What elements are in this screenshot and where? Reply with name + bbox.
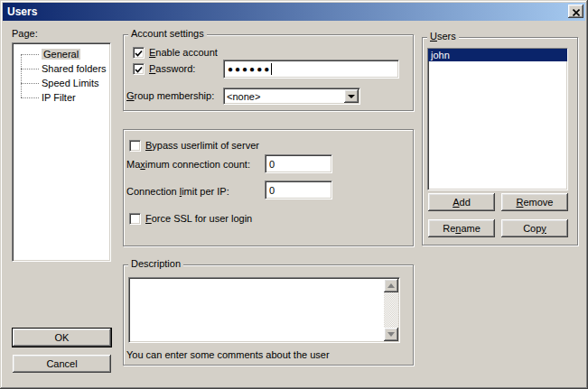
max-connection-count-value: 0 <box>269 159 275 170</box>
max-connection-count-label: Maximum connection count: <box>126 159 250 171</box>
tree-item-ip-filter[interactable]: IP Filter <box>13 91 110 106</box>
page-tree[interactable]: General Shared folders Speed Limits IP F… <box>12 42 111 262</box>
checkmark-icon <box>135 45 143 61</box>
connection-limit-per-ip-input[interactable]: 0 <box>265 181 332 199</box>
account-settings-caption: Account settings <box>128 28 207 40</box>
password-checkbox[interactable] <box>133 63 145 75</box>
group-membership-select[interactable]: <none> <box>223 88 360 105</box>
description-hint: You can enter some comments about the us… <box>126 349 330 361</box>
copy-button[interactable]: Copy <box>501 219 568 237</box>
users-listbox[interactable]: john <box>427 48 568 190</box>
up-arrow-icon <box>387 280 395 288</box>
title-bar[interactable]: Users <box>3 3 585 21</box>
page-label: Page: <box>12 28 38 40</box>
description-caption: Description <box>128 258 183 270</box>
users-dialog: Users Page: General Shared folders Speed… <box>0 0 588 389</box>
password-label: Password: <box>149 63 195 75</box>
down-arrow-icon <box>387 332 395 340</box>
scroll-down-button[interactable] <box>384 328 398 341</box>
list-item[interactable]: john <box>428 49 567 61</box>
rename-button[interactable]: Rename <box>428 219 495 237</box>
description-textarea[interactable] <box>128 277 400 343</box>
password-input[interactable]: ●●●●●● <box>223 60 399 79</box>
force-ssl-checkbox[interactable] <box>129 213 141 225</box>
window-title: Users <box>3 5 37 18</box>
dropdown-button[interactable] <box>344 89 359 103</box>
vertical-scrollbar[interactable] <box>384 279 398 341</box>
max-connection-count-input[interactable]: 0 <box>265 154 332 173</box>
cancel-button[interactable]: Cancel <box>13 355 111 373</box>
chevron-down-icon <box>348 95 355 102</box>
tree-item-shared-folders[interactable]: Shared folders <box>13 62 110 77</box>
password-value: ●●●●●● <box>228 63 271 75</box>
checkmark-icon <box>135 61 143 78</box>
ok-button[interactable]: OK <box>13 329 111 347</box>
group-membership-label: Group membership: <box>126 90 214 102</box>
enable-account-checkbox[interactable] <box>133 47 145 59</box>
force-ssl-label: Force SSL for user login <box>145 213 252 225</box>
remove-button[interactable]: Remove <box>501 193 568 211</box>
close-button[interactable] <box>568 5 583 18</box>
group-membership-value: <none> <box>224 91 344 102</box>
text-caret <box>271 63 272 75</box>
add-button[interactable]: Add <box>428 193 495 211</box>
tree-item-general[interactable]: General <box>13 48 110 62</box>
scroll-up-button[interactable] <box>384 279 398 292</box>
connection-limit-per-ip-value: 0 <box>269 185 275 196</box>
close-icon <box>573 4 580 20</box>
enable-account-label: Enable account <box>149 47 218 59</box>
connection-limit-per-ip-label: Connection limit per IP: <box>126 186 229 198</box>
bypass-userlimit-checkbox[interactable] <box>129 140 141 152</box>
bypass-userlimit-label: Bypass userlimit of server <box>145 140 259 152</box>
users-caption: Users <box>427 31 459 42</box>
tree-item-speed-limits[interactable]: Speed Limits <box>13 77 110 91</box>
